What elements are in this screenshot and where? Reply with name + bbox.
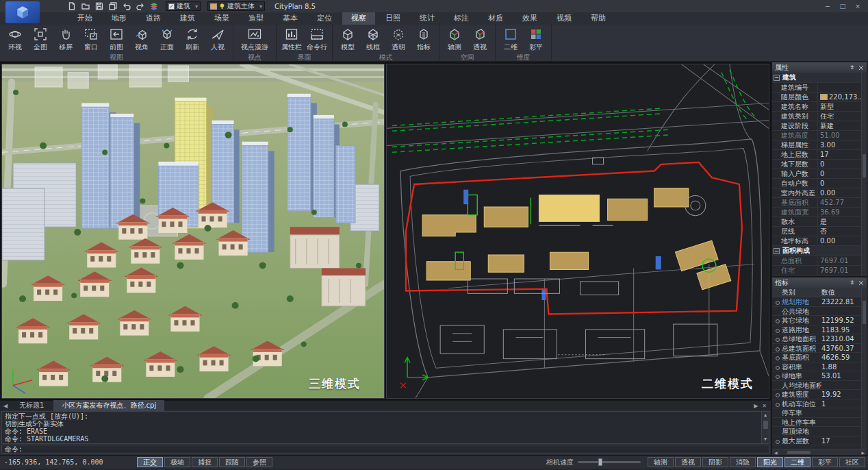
property-row[interactable]: 建筑编号	[772, 83, 861, 92]
person-view-button[interactable]: 人视	[206, 27, 229, 53]
menu-tab[interactable]: 建筑	[171, 12, 204, 25]
indicator-row[interactable]: 其它绿地 12199.52	[772, 316, 861, 325]
open-file-icon[interactable]	[81, 2, 90, 11]
menu-tab[interactable]: 场景	[205, 12, 238, 25]
pin-icon[interactable]	[850, 280, 855, 286]
two-d-button[interactable]: 二维	[499, 27, 522, 53]
property-row[interactable]: 地下层数 0	[772, 160, 861, 169]
indicators-scrollbar[interactable]	[861, 288, 867, 449]
3d-scene[interactable]	[2, 64, 384, 398]
property-row[interactable]: 梯层属性 3.00	[772, 140, 861, 150]
scrollbar-thumb[interactable]	[863, 154, 866, 177]
scrollbar-thumb[interactable]	[787, 451, 810, 454]
menu-tab[interactable]: 标注	[445, 12, 478, 25]
menu-tab[interactable]: 定位	[308, 12, 341, 25]
collapse-icon[interactable]: −	[774, 248, 780, 254]
view-mode-toggle-button[interactable]: 阴影	[702, 457, 728, 467]
viewport-2d[interactable]: 二维模式	[386, 64, 769, 399]
viewpoint-roam-button[interactable]: 视点漫游	[237, 27, 272, 53]
indicator-row[interactable]: 道路用地 1183.95	[772, 325, 861, 335]
property-row[interactable]: 输入户数 0	[772, 169, 861, 179]
indicator-row[interactable]: 总建筑面积 43760.37	[772, 344, 861, 354]
color-swatch[interactable]	[820, 94, 828, 100]
menu-tab[interactable]: 日照	[376, 12, 409, 25]
close-button[interactable]: ×	[853, 3, 863, 10]
indicators-h-scrollbar[interactable]: ◀ ▶	[772, 449, 867, 455]
save-icon[interactable]	[94, 2, 104, 11]
layer-select[interactable]: ✓ 建筑 ▾	[166, 1, 201, 11]
front-view-button[interactable]: 正面	[155, 27, 179, 53]
undo-icon[interactable]	[122, 2, 131, 11]
menu-tab[interactable]: 造型	[240, 12, 272, 25]
scrollbar-thumb[interactable]	[863, 301, 866, 324]
slider-thumb[interactable]	[598, 458, 602, 466]
minimize-button[interactable]: −	[823, 3, 832, 10]
property-row[interactable]: 室内外高差 0.00	[772, 188, 861, 198]
view-mode-toggle-button[interactable]: 轴测	[648, 457, 674, 467]
property-row[interactable]: 建筑面宽 36.69	[772, 208, 861, 217]
document-tab[interactable]: 小区方案发布存视点、路径.cpj	[53, 400, 164, 411]
property-row[interactable]: 地上层数 17	[772, 150, 861, 160]
property-row[interactable]: 散水 是	[772, 217, 861, 227]
indicator-row[interactable]: 地上停车率	[772, 418, 861, 428]
tab-scroll-left-icon[interactable]: ◀	[0, 403, 11, 409]
property-row[interactable]: 建筑类别 住宅	[772, 112, 861, 121]
close-panel-icon[interactable]	[858, 280, 864, 286]
property-row[interactable]: 层线 否	[772, 227, 861, 236]
view-mode-toggle-button[interactable]: 阳光	[757, 457, 783, 467]
menu-tab[interactable]: 材质	[479, 12, 512, 25]
indicator-row[interactable]: 绿地率 53.01	[772, 371, 861, 381]
view-mode-toggle-button[interactable]: 透视	[675, 457, 701, 467]
command-input[interactable]: 命令:	[1, 445, 769, 454]
maximize-button[interactable]: □	[838, 3, 847, 10]
view-mode-toggle-button[interactable]: 彩平	[812, 457, 838, 467]
property-row[interactable]: 住宅 7697.01	[772, 266, 861, 275]
property-row[interactable]: 总面积 7697.01	[772, 256, 861, 266]
menu-tab[interactable]: 基本	[274, 12, 307, 25]
building-section-header[interactable]: − 建筑	[772, 73, 861, 83]
collapse-icon[interactable]: −	[774, 75, 780, 81]
command-history[interactable]: 指定下一点或 [放弃(U)]:切割生成5个新实体命令: ERASE命令: STA…	[1, 411, 769, 444]
zoom-window-button[interactable]: 窗口	[79, 27, 103, 53]
tab-scroll-right-icon[interactable]: ▶	[754, 403, 758, 409]
scroll-down-icon[interactable]: ▼	[764, 436, 767, 443]
menu-tab[interactable]: 帮助	[582, 12, 615, 25]
property-row[interactable]: 建设阶段 新建	[772, 121, 861, 131]
close-panel-icon[interactable]	[858, 65, 864, 71]
menu-tab[interactable]: 地形	[103, 12, 136, 25]
zoom-extents-button[interactable]: 全图	[29, 27, 52, 53]
redo-icon[interactable]	[136, 2, 145, 11]
command-history-scrollbar[interactable]: ▲▼	[761, 412, 769, 443]
layer-checkbox-icon[interactable]: ✓	[168, 3, 175, 10]
indicator-row[interactable]: 公共绿地	[772, 307, 861, 317]
property-row[interactable]: 自动户数 0	[772, 179, 861, 188]
axonometric-button[interactable]: 轴测	[443, 27, 466, 53]
refresh-button[interactable]: 刷新	[181, 27, 204, 53]
menu-tab[interactable]: 道路	[137, 12, 170, 25]
previous-view-button[interactable]: 前图	[105, 27, 128, 53]
indicator-row[interactable]: 总绿地面积 12310.04	[772, 334, 861, 344]
drafting-toggle-button[interactable]: 极轴	[164, 457, 190, 467]
properties-scrollbar[interactable]	[861, 73, 867, 276]
color-plan-button[interactable]: 彩平	[524, 27, 548, 53]
scroll-right-icon[interactable]: ▶	[861, 450, 867, 455]
drafting-toggle-button[interactable]: 跟随	[219, 457, 245, 467]
scrollbar-thumb[interactable]	[763, 421, 768, 429]
save-all-icon[interactable]	[108, 2, 118, 11]
scroll-up-icon[interactable]: ▲	[764, 412, 767, 419]
orbit-view-button[interactable]: 环视	[3, 27, 27, 53]
menu-tab[interactable]: 视频	[548, 12, 580, 25]
property-row[interactable]: 随层颜色 220,173...	[772, 92, 861, 102]
view-mode-toggle-button[interactable]: 消隐	[730, 457, 756, 467]
camera-speed-slider[interactable]	[578, 461, 641, 463]
wireframe-mode-button[interactable]: 线框	[361, 27, 385, 53]
property-row[interactable]: 基底面积 452.77	[772, 198, 861, 208]
drafting-toggle-button[interactable]: 捕捉	[192, 457, 218, 467]
object-select[interactable]: 建筑主体 ▾	[207, 1, 265, 11]
property-bar-button[interactable]: 属性栏	[280, 27, 303, 53]
drafting-toggle-button[interactable]: 正交	[137, 457, 163, 467]
pan-button[interactable]: 移屏	[54, 27, 77, 53]
indicator-row[interactable]: 机动车泊位 1	[772, 399, 861, 409]
view-mode-toggle-button[interactable]: 社区	[839, 457, 865, 467]
document-tab[interactable]: 无标题1	[11, 400, 52, 411]
